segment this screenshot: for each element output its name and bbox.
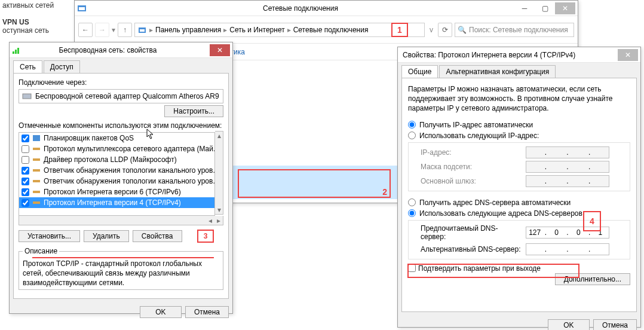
breadcrumb-item[interactable]: Сеть и Интернет bbox=[229, 26, 284, 34]
explorer-toolbar: ← → ▾ ↑ ▸ Панель управления ▸ Сеть и Инт… bbox=[75, 16, 578, 44]
remove-button[interactable]: Удалить bbox=[84, 230, 129, 242]
install-button[interactable]: Установить... bbox=[19, 230, 80, 242]
nav-dropdown[interactable]: ▾ bbox=[112, 26, 115, 34]
adapter-icon bbox=[22, 91, 32, 101]
address-bar[interactable]: ▸ Панель управления ▸ Сеть и Интернет ▸ … bbox=[134, 23, 425, 37]
maximize-button[interactable]: ▢ bbox=[535, 2, 555, 14]
radio-label: Использовать следующие адреса DNS-сервер… bbox=[419, 209, 584, 218]
configure-button[interactable]: Настроить... bbox=[164, 105, 223, 117]
component-row: Протокол Интернета версии 6 (TCP/IPv6) bbox=[19, 187, 214, 197]
component-label: Протокол мультиплексора сетевого адаптер… bbox=[44, 145, 215, 153]
octet[interactable]: 0 bbox=[549, 228, 565, 237]
component-checkbox[interactable] bbox=[22, 178, 29, 185]
cancel-button[interactable]: Отмена bbox=[185, 306, 229, 318]
component-row: Протокол мультиплексора сетевого адаптер… bbox=[19, 143, 214, 154]
svg-rect-23 bbox=[23, 94, 31, 99]
radio-ip-manual[interactable]: Использовать следующий IP-адрес: bbox=[408, 130, 630, 141]
svg-rect-27 bbox=[33, 169, 40, 172]
component-icon bbox=[32, 133, 41, 143]
search-icon: 🔍 bbox=[458, 26, 467, 34]
radio-label: Получить IP-адрес автоматически bbox=[419, 121, 533, 129]
ipv4-window: Свойства: Протокол Интернета версии 4 (T… bbox=[397, 47, 641, 328]
cancel-button[interactable]: Отмена bbox=[593, 319, 637, 330]
component-checkbox[interactable] bbox=[22, 167, 29, 175]
refresh-button[interactable]: ⟳ bbox=[438, 23, 452, 37]
component-icon bbox=[32, 176, 41, 186]
ok-button[interactable]: OK bbox=[140, 306, 182, 318]
component-label: Драйвер протокола LLDP (Майкрософт) bbox=[44, 155, 177, 164]
address-dropdown[interactable]: v bbox=[427, 26, 436, 34]
nav-forward-button[interactable]: → bbox=[95, 23, 109, 37]
component-checkbox[interactable] bbox=[22, 188, 29, 196]
dns-alt-label: Альтернативный DNS-сервер: bbox=[421, 245, 522, 253]
ipv4-title: Свойства: Протокол Интернета версии 4 (T… bbox=[400, 51, 618, 59]
component-label: Протокол Интернета версии 6 (TCP/IPv6) bbox=[44, 188, 181, 196]
radio-input[interactable] bbox=[408, 121, 416, 129]
minimize-button[interactable]: ─ bbox=[514, 2, 535, 14]
callout-4: 4 bbox=[583, 211, 601, 231]
dns-alt-field[interactable]: ... bbox=[526, 243, 609, 255]
component-checkbox[interactable] bbox=[22, 135, 29, 142]
svg-rect-22 bbox=[17, 48, 19, 54]
octet[interactable]: 127 bbox=[527, 228, 542, 237]
close-button[interactable]: ✕ bbox=[555, 2, 575, 14]
conn-via-label: Подключение через: bbox=[19, 78, 223, 87]
adapter-name: Беспроводной сетевой адаптер Qualcomm At… bbox=[35, 92, 219, 100]
tab-network-page: Подключение через: Беспроводной сетевой … bbox=[13, 73, 229, 299]
radio-input[interactable] bbox=[408, 132, 416, 139]
explorer-titlebar: Сетевые подключения ─ ▢ ✕ bbox=[75, 1, 578, 16]
close-button[interactable]: ✕ bbox=[618, 49, 638, 61]
scroll-up-icon[interactable]: ▴ bbox=[217, 132, 221, 140]
properties-title: Беспроводная сеть: свойства bbox=[22, 46, 194, 54]
component-checkbox[interactable] bbox=[22, 199, 29, 207]
nav-up-button[interactable]: ↑ bbox=[118, 23, 132, 37]
properties-tabs: Сеть Доступ bbox=[10, 58, 232, 73]
components-list[interactable]: Планировщик пакетов QoS Протокол мультип… bbox=[19, 132, 215, 216]
tab-access[interactable]: Доступ bbox=[44, 60, 80, 73]
subnet-mask-field: ... bbox=[526, 161, 609, 173]
search-box[interactable]: 🔍 Поиск: Сетевые подключения bbox=[455, 23, 574, 37]
components-scrollbar[interactable]: ▴ ▾ bbox=[215, 131, 223, 215]
callout-2: 2 bbox=[238, 169, 391, 198]
component-row: Ответчик обнаружения топологии канальног… bbox=[19, 165, 214, 176]
ok-button[interactable]: OK bbox=[548, 319, 590, 330]
breadcrumb-item[interactable]: Панель управления bbox=[155, 26, 221, 34]
breadcrumb-sep-icon: ▸ bbox=[148, 26, 154, 34]
scroll-down-icon[interactable]: ▾ bbox=[217, 206, 221, 214]
component-icon bbox=[32, 187, 41, 197]
radio-input[interactable] bbox=[408, 209, 416, 217]
close-button[interactable]: ✕ bbox=[210, 44, 230, 56]
component-checkbox[interactable] bbox=[22, 156, 29, 164]
component-properties-button[interactable]: Свойства bbox=[133, 230, 182, 242]
svg-rect-28 bbox=[33, 180, 40, 182]
svg-rect-1 bbox=[79, 7, 85, 10]
component-row: Ответчик обнаружения топологии канальног… bbox=[19, 176, 214, 187]
breadcrumb-item[interactable]: Сетевые подключения bbox=[293, 26, 369, 34]
callout-dns-box bbox=[407, 264, 579, 278]
svg-rect-26 bbox=[33, 158, 40, 161]
radio-dns-auto[interactable]: Получить адрес DNS-сервера автоматически bbox=[408, 197, 630, 208]
nav-back-button[interactable]: ← bbox=[78, 23, 93, 37]
ipv4-tabs: Общие Альтернативная конфигурация bbox=[398, 63, 640, 78]
scroll-right-icon[interactable]: ▸ bbox=[214, 216, 223, 225]
svg-rect-21 bbox=[15, 50, 17, 54]
tab-general[interactable]: Общие bbox=[401, 65, 438, 78]
scroll-left-icon[interactable]: ◂ bbox=[206, 216, 214, 225]
radio-input[interactable] bbox=[408, 198, 416, 206]
tab-network[interactable]: Сеть bbox=[13, 60, 42, 73]
description-body: Протокол TCP/IP - стандартный протокол г… bbox=[23, 259, 219, 288]
bg-line1: активных сетей bbox=[2, 1, 72, 10]
gateway-field: ... bbox=[526, 175, 609, 187]
component-icon bbox=[32, 155, 41, 164]
tab-alt[interactable]: Альтернативная конфигурация bbox=[439, 65, 556, 78]
radio-ip-auto[interactable]: Получить IP-адрес автоматически bbox=[408, 120, 630, 130]
cursor-icon bbox=[146, 129, 155, 140]
ipv4-info-text: Параметры IP можно назначать автоматичес… bbox=[408, 84, 630, 114]
background-sidebar: активных сетей VPN US оступная сеть bbox=[0, 0, 74, 36]
svg-rect-24 bbox=[33, 135, 40, 141]
component-checkbox[interactable] bbox=[22, 145, 29, 153]
svg-rect-30 bbox=[33, 201, 40, 204]
component-row-selected: Протокол Интернета версии 4 (TCP/IPv4) bbox=[19, 197, 214, 208]
component-icon bbox=[32, 198, 41, 207]
component-row: Планировщик пакетов QoS bbox=[19, 133, 214, 143]
